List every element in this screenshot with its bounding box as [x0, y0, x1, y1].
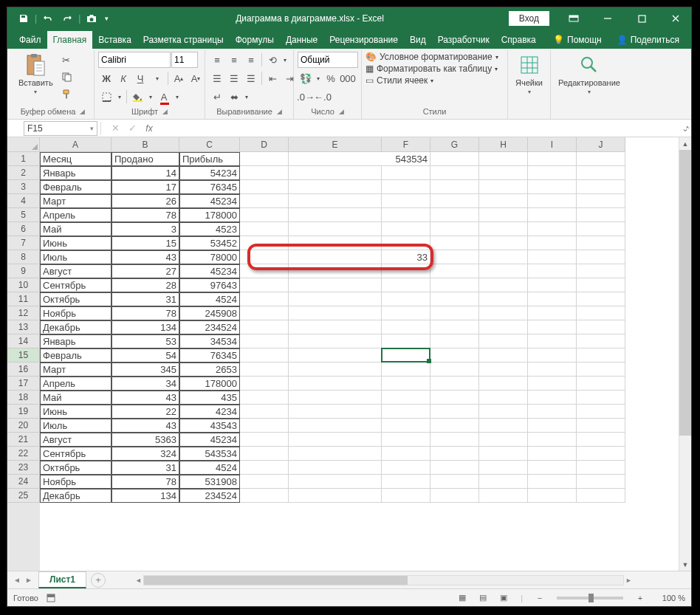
cell[interactable]: Май: [40, 391, 111, 405]
cell[interactable]: [289, 208, 382, 222]
cell[interactable]: [430, 152, 479, 166]
font-color-dd[interactable]: ▾: [173, 89, 182, 105]
font-name-select[interactable]: [98, 52, 171, 68]
cell[interactable]: 134: [111, 489, 179, 503]
row-header[interactable]: 16: [7, 363, 40, 377]
cell[interactable]: 543534: [289, 152, 430, 166]
align-bot-icon[interactable]: ≡: [243, 52, 259, 68]
cell-styles-button[interactable]: ▭Стили ячеек▾: [366, 75, 498, 86]
cell[interactable]: [382, 363, 430, 377]
cell[interactable]: [382, 292, 430, 306]
format-painter-icon[interactable]: [58, 86, 75, 102]
cell[interactable]: [430, 363, 479, 377]
cell[interactable]: [479, 306, 528, 320]
view-break-icon[interactable]: ▣: [495, 591, 512, 605]
cell[interactable]: [240, 236, 289, 250]
cell[interactable]: [577, 236, 625, 250]
cell[interactable]: [240, 222, 289, 236]
cell[interactable]: 178000: [179, 377, 240, 391]
cell[interactable]: [479, 292, 528, 306]
cell[interactable]: [528, 348, 577, 363]
cell[interactable]: [577, 405, 625, 419]
minimize-icon[interactable]: [592, 7, 623, 30]
cell[interactable]: [577, 166, 625, 180]
cell[interactable]: [382, 334, 430, 348]
row-header[interactable]: 10: [7, 278, 40, 292]
cell[interactable]: [289, 405, 382, 419]
cell[interactable]: [479, 391, 528, 405]
cell[interactable]: [382, 236, 430, 250]
cell[interactable]: [528, 405, 577, 419]
cell[interactable]: [528, 433, 577, 447]
cell[interactable]: [289, 166, 382, 180]
cell[interactable]: [577, 180, 625, 194]
cell[interactable]: [382, 306, 430, 320]
row-header[interactable]: 14: [7, 334, 40, 348]
cell[interactable]: 97643: [179, 278, 240, 292]
cell[interactable]: [382, 166, 430, 180]
cell[interactable]: [577, 152, 625, 166]
underline-button[interactable]: Ч: [132, 70, 148, 86]
tab-review[interactable]: Рецензирование: [323, 31, 404, 49]
cell[interactable]: [528, 236, 577, 250]
cell[interactable]: 27: [111, 264, 179, 278]
font-size-select[interactable]: [171, 52, 198, 68]
dec-decimal-icon[interactable]: ←.0: [315, 89, 331, 105]
grid[interactable]: ABCDEFGHIJ 12345678910111213141516171819…: [7, 137, 691, 571]
cell[interactable]: Декабрь: [40, 489, 111, 503]
cell[interactable]: 324: [111, 447, 179, 461]
cell[interactable]: [430, 391, 479, 405]
cell[interactable]: [430, 447, 479, 461]
cell[interactable]: [382, 489, 430, 503]
cell[interactable]: [240, 405, 289, 419]
cell[interactable]: [289, 222, 382, 236]
cell[interactable]: 17: [111, 180, 179, 194]
cell[interactable]: [430, 433, 479, 447]
cell[interactable]: [240, 180, 289, 194]
cell[interactable]: [479, 334, 528, 348]
indent-dec-icon[interactable]: ⇤: [264, 70, 281, 86]
cell[interactable]: [430, 264, 479, 278]
cell[interactable]: [528, 208, 577, 222]
cell[interactable]: 34: [111, 377, 179, 391]
cell[interactable]: Апрель: [40, 208, 111, 222]
row-header[interactable]: 9: [7, 264, 40, 278]
cell[interactable]: [382, 348, 430, 363]
cell[interactable]: Ноябрь: [40, 306, 111, 320]
macro-rec-icon[interactable]: [46, 593, 56, 603]
cell[interactable]: 43: [111, 391, 179, 405]
row-header[interactable]: 5: [7, 208, 40, 222]
cell[interactable]: Март: [40, 363, 111, 377]
fill-color-icon[interactable]: [129, 89, 145, 105]
maximize-icon[interactable]: [626, 7, 657, 30]
collapse-ribbon-icon[interactable]: ˄: [685, 126, 690, 136]
cell[interactable]: [382, 419, 430, 433]
cell[interactable]: [382, 278, 430, 292]
cell[interactable]: 543534: [179, 447, 240, 461]
editing-button[interactable]: Редактирование ▾: [555, 52, 623, 97]
cell[interactable]: 28: [111, 278, 179, 292]
borders-dd[interactable]: ▾: [115, 89, 124, 105]
cell[interactable]: 345: [111, 363, 179, 377]
cell[interactable]: [382, 405, 430, 419]
cell[interactable]: [430, 236, 479, 250]
cell[interactable]: [577, 391, 625, 405]
cell[interactable]: [430, 334, 479, 348]
cell[interactable]: [479, 447, 528, 461]
cell[interactable]: 78: [111, 475, 179, 489]
cell[interactable]: [289, 180, 382, 194]
cell[interactable]: [289, 306, 382, 320]
cell[interactable]: 26: [111, 194, 179, 208]
cell[interactable]: 14: [111, 166, 179, 180]
cell[interactable]: [289, 334, 382, 348]
currency-icon[interactable]: 💱: [298, 70, 314, 86]
cell[interactable]: [430, 475, 479, 489]
cell[interactable]: 234524: [179, 489, 240, 503]
cell[interactable]: Ноябрь: [40, 475, 111, 489]
cell[interactable]: [289, 447, 382, 461]
row-header[interactable]: 4: [7, 194, 40, 208]
merge-icon[interactable]: ⬌: [226, 89, 242, 105]
row-header[interactable]: 17: [7, 377, 40, 391]
cell[interactable]: [240, 461, 289, 475]
align-center-icon[interactable]: ☰: [226, 70, 242, 86]
